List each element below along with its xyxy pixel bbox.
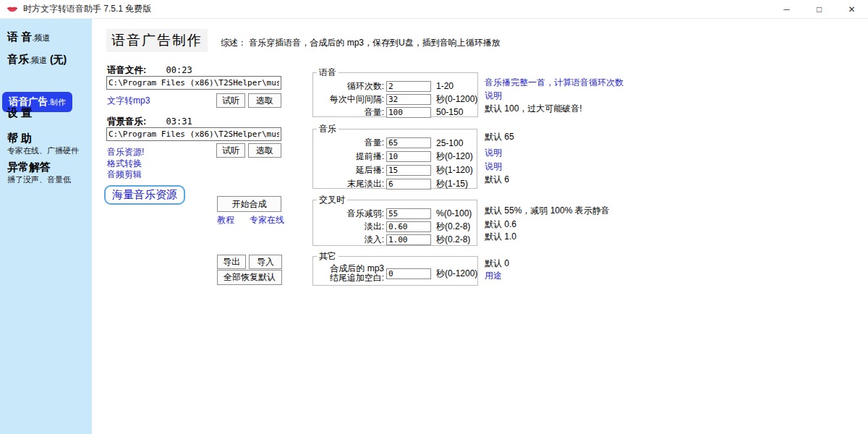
tail-fadeout-label: 末尾淡出: <box>313 178 384 190</box>
main-content: 语音广告制作 综述： 音乐穿插语音，合成后的 mp3，保存到U盘，插到音响上循环… <box>92 19 868 434</box>
window-title: 时方文字转语音助手 7.5.1 免费版 <box>23 3 151 15</box>
sidebar-item-music-channel[interactable]: 音乐.频道 (无) <box>7 53 67 67</box>
page-title: 语音广告制作 <box>106 29 208 52</box>
sidebar-item-settings[interactable]: 设 置 <box>7 106 32 120</box>
voice-file-duration: 00:23 <box>166 65 192 75</box>
fadein-label: 淡入: <box>313 234 384 246</box>
interval-range: 秒(0-1200) <box>436 93 477 106</box>
close-button[interactable]: ✕ <box>835 0 868 18</box>
voice-volume-hint: 默认 100，过大可能破音! <box>485 103 582 115</box>
sidebar-item-label: 帮 助 <box>7 132 32 144</box>
bg-music-duration: 03:31 <box>166 116 192 127</box>
crossfade-settings-panel: 交叉时 音乐减弱: %(0-100) 淡出: 秒(0.2-8) 淡入: 秒(0.… <box>312 194 477 246</box>
fadeout-hint: 默认 0.6 <box>485 218 516 231</box>
voice-volume-label: 音量: <box>313 106 384 119</box>
sidebar-item-label: 设 置 <box>7 106 32 119</box>
music-weaken-input[interactable] <box>386 208 431 219</box>
loop-count-input[interactable] <box>386 81 431 92</box>
sidebar-item-troubleshoot[interactable]: 异常解答 <box>7 161 51 174</box>
music-settings-panel: 音乐 音量: 25-100 提前播: 秒(0-120) 延后播: 秒(1-120… <box>312 123 477 189</box>
loop-calc-hint-link[interactable]: 音乐播完整一首，计算语音循环次数 <box>485 77 624 89</box>
titlebar: 时方文字转语音助手 7.5.1 免费版 ─ □ ✕ <box>0 0 868 19</box>
voice-volume-input[interactable] <box>386 107 431 118</box>
sidebar-help-subtext: 专家在线、广播硬件 <box>7 145 79 156</box>
trailing-blank-range: 秒(0-1200) <box>436 268 477 280</box>
bg-select-button[interactable]: 选取 <box>248 143 281 158</box>
maximize-button[interactable]: □ <box>803 0 835 18</box>
voice-file-path-input[interactable] <box>106 76 281 90</box>
pre-play-input[interactable] <box>386 151 431 162</box>
sidebar-item-label: 语音广告 <box>9 96 48 107</box>
music-volume-input[interactable] <box>386 137 431 148</box>
sidebar-item-label: 语 音 <box>7 30 32 43</box>
sidebar-item-voice-channel[interactable]: 语 音.频道 <box>7 30 50 44</box>
loop-count-range: 1-20 <box>436 81 454 91</box>
sidebar-item-help[interactable]: 帮 助 <box>7 132 32 145</box>
music-volume-hint: 默认 65 <box>485 131 514 143</box>
music-resource-link[interactable]: 音乐资源! <box>107 146 144 158</box>
trailing-blank-label: 合成后的 mp3 结尾追加空白: <box>313 264 384 283</box>
app-window: 时方文字转语音助手 7.5.1 免费版 ─ □ ✕ 语 音.频道 音乐.频道 (… <box>0 0 868 434</box>
fadein-input[interactable] <box>386 234 431 245</box>
fadeout-range: 秒(0.2-8) <box>436 221 470 233</box>
music-volume-label: 音量: <box>313 137 384 149</box>
post-play-input[interactable] <box>386 165 431 176</box>
voice-select-button[interactable]: 选取 <box>248 93 281 108</box>
music-volume-range: 25-100 <box>436 138 463 148</box>
tutorial-link[interactable]: 教程 <box>217 214 234 226</box>
tail-fadeout-hint: 默认 6 <box>485 174 509 186</box>
music-weaken-hint: 默认 55%，减弱 100% 表示静音 <box>485 205 610 217</box>
other-settings-panel: 其它 合成后的 mp3 结尾追加空白: 秒(0-1200) <box>312 250 478 286</box>
import-button[interactable]: 导入 <box>249 255 282 269</box>
fadeout-label: 淡出: <box>313 221 384 233</box>
text-to-mp3-link[interactable]: 文字转mp3 <box>107 95 150 107</box>
voice-volume-range: 50-150 <box>436 107 463 117</box>
audio-clip-link[interactable]: 音频剪辑 <box>107 169 142 181</box>
sidebar-item-sublabel: .制作 <box>48 98 66 106</box>
sidebar: 语 音.频道 音乐.频道 (无) 语音广告.制作 设 置 帮 助 专家在线、广播… <box>0 19 92 434</box>
bg-listen-button[interactable]: 试听 <box>216 143 245 158</box>
export-button[interactable]: 导出 <box>217 255 246 269</box>
post-play-label: 延后播: <box>313 164 384 176</box>
fadeout-input[interactable] <box>386 221 431 232</box>
sidebar-item-sublabel: .频道 <box>32 33 50 42</box>
interval-input[interactable] <box>386 94 431 105</box>
minimize-icon: ─ <box>783 4 790 14</box>
pre-play-help-link[interactable]: 说明 <box>485 147 502 159</box>
interval-label: 每次中间间隔: <box>313 93 384 106</box>
music-weaken-label: 音乐减弱: <box>313 208 384 220</box>
interval-help-link[interactable]: 说明 <box>485 90 502 102</box>
fadein-range: 秒(0.2-8) <box>436 234 470 246</box>
sidebar-item-label-extra: (无) <box>47 54 67 65</box>
tail-fadeout-input[interactable] <box>386 179 431 190</box>
usage-link[interactable]: 用途 <box>485 270 502 282</box>
page-summary: 综述： 音乐穿插语音，合成后的 mp3，保存到U盘，插到音响上循环播放 <box>221 37 501 49</box>
fadein-hint: 默认 1.0 <box>485 231 516 243</box>
post-play-range: 秒(1-120) <box>436 164 473 176</box>
voice-listen-button[interactable]: 试听 <box>216 93 245 108</box>
minimize-button[interactable]: ─ <box>770 0 803 18</box>
bg-music-label: 背景音乐: 03:31 <box>107 116 192 128</box>
reset-all-button[interactable]: 全部恢复默认 <box>217 270 282 285</box>
trailing-blank-input[interactable] <box>386 268 431 279</box>
music-weaken-range: %(0-100) <box>436 208 472 218</box>
music-panel-legend: 音乐 <box>317 123 339 135</box>
loop-count-label: 循环次数: <box>313 80 384 93</box>
crossfade-panel-legend: 交叉时 <box>317 194 347 206</box>
pre-play-range: 秒(0-120) <box>436 150 473 163</box>
bg-music-path-input[interactable] <box>106 127 281 141</box>
sidebar-item-label: 异常解答 <box>7 161 51 173</box>
voice-panel-legend: 语音 <box>317 67 339 79</box>
expert-online-link[interactable]: 专家在线 <box>250 214 284 226</box>
lips-app-icon <box>7 5 18 13</box>
voice-file-label: 语音文件: 00:23 <box>107 64 192 77</box>
post-play-help-link[interactable]: 说明 <box>485 161 502 173</box>
close-icon: ✕ <box>848 4 855 14</box>
start-compose-button[interactable]: 开始合成 <box>217 196 281 212</box>
voice-settings-panel: 语音 循环次数: 1-20 每次中间间隔: 秒(0-1200) 音量: 50-1… <box>312 67 478 117</box>
pre-play-label: 提前播: <box>313 150 384 163</box>
tail-fadeout-range: 秒(1-15) <box>436 178 468 190</box>
sidebar-item-label: 音乐 <box>7 53 29 65</box>
window-controls: ─ □ ✕ <box>770 0 868 18</box>
mass-music-resource-button[interactable]: 海量音乐资源 <box>104 185 185 205</box>
